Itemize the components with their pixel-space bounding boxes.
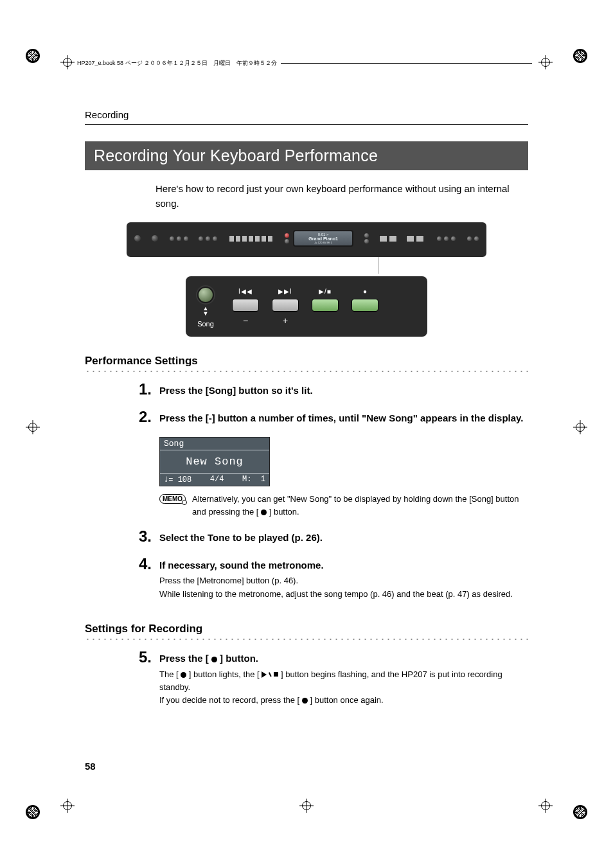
page-number: 58 — [85, 761, 96, 772]
step-number: 5 — [135, 650, 152, 707]
rewind-icon: I◀◀ — [233, 288, 258, 295]
device-illustration: 0:01 > Grand Piano1 J= 120 4/4 M: 1 — [127, 222, 486, 337]
record-dot-icon — [302, 698, 308, 704]
forward-icon: ▶▶I — [272, 288, 298, 295]
lcd-measure-label: M: — [242, 475, 251, 484]
step-number: 2 — [135, 409, 152, 428]
registration-mark-icon — [299, 799, 314, 813]
plus-icon: + — [272, 315, 298, 326]
lcd-tempo: ♩= 108 — [164, 475, 191, 484]
step-3: 3 Select the Tone to be played (p. 26). — [135, 529, 528, 547]
step-detail: Press the [Metronome] button (p. 46). — [159, 574, 528, 587]
section-title: Recording Your Keyboard Performance — [85, 141, 528, 170]
volume-knob-icon — [134, 235, 141, 242]
subheading-settings-for-recording: Settings for Recording — [85, 623, 528, 635]
step-detail: While listening to the metronome, adjust… — [159, 588, 528, 601]
step-2: 2 Press the [-] button a number of times… — [135, 409, 528, 428]
step-title: If necessary, sound the metronome. — [159, 558, 528, 572]
lcd-main-text: New Song — [160, 450, 269, 473]
step-number: 1 — [135, 382, 152, 400]
lcd-timesig: 4/4 — [210, 475, 224, 484]
record-dot-icon — [181, 672, 186, 678]
brilliance-knob-icon — [152, 235, 158, 242]
page-content: Recording Recording Your Keyboard Perfor… — [85, 109, 528, 772]
memo-note: MEMO Alternatively, you can get "New Son… — [159, 493, 528, 518]
dotted-rule-icon — [85, 370, 528, 373]
registration-mark-icon — [538, 55, 553, 69]
crop-mark-icon — [573, 49, 587, 63]
step-1: 1 Press the [Song] button so it's lit. — [135, 382, 528, 400]
registration-mark-icon — [26, 420, 40, 434]
registration-mark-icon — [538, 799, 553, 813]
lcd-top: Song — [160, 438, 269, 450]
lcd-screenshot: Song New Song ♩= 108 4/4 M: 1 — [159, 437, 270, 486]
memo-text: Alternatively, you can get "New Song" to… — [192, 493, 528, 518]
crop-mark-icon — [573, 805, 587, 819]
registration-mark-icon — [60, 799, 75, 813]
step-detail: The [ ] button lights, the [ ] button be… — [159, 668, 528, 694]
song-label: Song — [197, 320, 214, 328]
running-head: Recording — [85, 109, 528, 120]
registration-mark-icon — [60, 55, 75, 69]
device-panel-callout: ▲▼ Song I◀◀ − ▶▶I + ▶/■ — [186, 276, 427, 337]
step-title: Select the Tone to be played (p. 26). — [159, 531, 528, 545]
step-number: 3 — [135, 529, 152, 547]
rule — [85, 124, 528, 125]
dotted-rule-icon — [85, 638, 528, 641]
subheading-performance-settings: Performance Settings — [85, 355, 528, 368]
callout-line-icon — [378, 257, 379, 274]
play-stop-icon: ▶/■ — [312, 288, 338, 295]
step-title: Press the [Song] button so it's lit. — [159, 384, 528, 398]
step-4: 4 If necessary, sound the metronome. Pre… — [135, 556, 528, 601]
transport-controls-icon: I◀◀ − ▶▶I + ▶/■ ● — [232, 288, 378, 326]
intro-text: Here's how to record just your own keybo… — [155, 182, 522, 211]
book-header: HP207_e.book 58 ページ ２００６年１２月２５日 月曜日 午前９時… — [77, 58, 536, 68]
step-number: 4 — [135, 556, 152, 601]
rewind-button-icon — [232, 299, 259, 312]
song-button-icon — [197, 287, 214, 303]
play-stop-icon — [262, 671, 278, 678]
crop-mark-icon — [26, 49, 40, 63]
record-icon: ● — [352, 288, 378, 295]
minus-icon: − — [233, 315, 258, 326]
record-dot-icon — [261, 509, 267, 515]
registration-mark-icon — [573, 420, 587, 434]
book-info: HP207_e.book 58 ページ ２００６年１２月２５日 月曜日 午前９時… — [77, 59, 277, 67]
record-dot-icon — [211, 657, 217, 662]
memo-badge-icon: MEMO — [159, 494, 186, 504]
step-detail: If you decide not to record, press the [… — [159, 694, 528, 707]
step-title: Press the [-] button a number of times, … — [159, 411, 528, 425]
device-panel-top: 0:01 > Grand Piano1 J= 120 4/4 M: 1 — [127, 222, 486, 257]
forward-button-icon — [272, 299, 299, 312]
lcd-measure: 1 — [261, 475, 265, 484]
step-title: Press the [ ] button. — [159, 651, 528, 666]
step-5: 5 Press the [ ] button. The [ ] button l… — [135, 650, 528, 707]
crop-mark-icon — [26, 805, 40, 819]
up-down-arrows-icon: ▲▼ — [203, 306, 209, 316]
play-button-icon — [312, 299, 339, 312]
device-lcd-icon: 0:01 > Grand Piano1 J= 120 4/4 M: 1 — [293, 230, 353, 247]
rule — [281, 63, 532, 64]
record-button-icon — [351, 299, 378, 312]
